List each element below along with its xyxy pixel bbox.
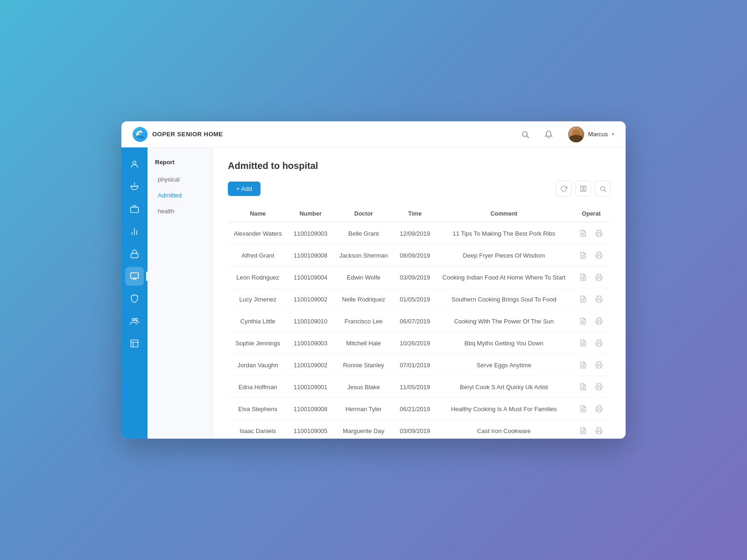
svg-rect-23 [597,256,601,258]
toolbar: + Add [228,181,611,196]
svg-line-17 [604,190,606,191]
cell-doctor: Edwin Wolfe [333,266,394,288]
cell-operat [572,288,611,310]
cell-time: 01/05/2019 [394,288,436,310]
sidebar-item-shield[interactable] [125,289,144,308]
sidebar-item-group[interactable] [125,312,144,330]
view-icon[interactable] [578,425,589,436]
cell-name: Jordan Vaughn [228,354,288,376]
subnav: Report physical Admitted health [148,147,213,439]
table-row: Sophie Jennings 1100109003 Mitchell Hale… [228,332,611,354]
view-icon[interactable] [578,294,589,305]
top-nav: 🌊 OOPER SENIOR HOME Marcus ▾ [121,121,626,147]
print-icon[interactable] [593,403,605,414]
sidebar-item-lock[interactable] [125,245,144,263]
cell-comment: Cooking Indian Food At Home Where To Sta… [436,266,572,288]
cell-name: Elva Stephens [228,398,288,420]
cell-number: 1100109003 [288,332,333,354]
cell-name: Lucy Jimenez [228,288,288,310]
app-window: 🌊 OOPER SENIOR HOME Marcus ▾ [121,121,626,439]
print-icon[interactable] [593,359,605,371]
cell-doctor: Jackson Sherman [333,245,394,266]
col-header-time: Time [394,206,436,222]
sidebar-item-message[interactable] [125,267,144,286]
cell-time: 06/21/2019 [394,398,436,420]
svg-rect-15 [584,186,585,191]
cell-doctor: Belle Grant [333,222,394,245]
print-icon[interactable] [593,272,605,283]
svg-rect-38 [597,365,601,368]
cell-number: 1100109004 [288,266,333,288]
svg-rect-29 [597,300,601,302]
view-icon[interactable] [578,403,589,414]
svg-point-11 [132,318,134,321]
table-header-row: Name Number Doctor Time Comment Operat [228,206,611,222]
print-icon[interactable] [593,228,605,239]
print-icon[interactable] [593,250,605,261]
notification-button[interactable] [541,127,556,142]
cell-number: 1100109005 [288,420,333,439]
svg-rect-9 [131,253,138,258]
sidebar-item-briefcase[interactable] [125,200,144,218]
cell-comment: Deep Fryer Pieces Of Wisdom [436,245,572,266]
subnav-item-health[interactable]: health [150,203,210,219]
logo-icon: 🌊 [133,127,148,142]
columns-button[interactable] [575,181,591,196]
search-button[interactable] [518,127,533,142]
view-icon[interactable] [578,228,589,239]
page-title: Admitted to hospital [228,161,611,171]
app-title: OOPER SENIOR HOME [152,131,223,138]
cell-doctor: Marguerite Day [333,420,394,439]
user-menu[interactable]: Marcus ▾ [568,126,614,142]
svg-point-12 [135,318,138,321]
table-row: Alfred Grant 1100109008 Jackson Sherman … [228,245,611,266]
subnav-item-physical[interactable]: physical [150,172,210,187]
cell-time: 03/09/2019 [394,266,436,288]
cell-operat [572,222,611,245]
svg-line-1 [527,136,529,138]
print-icon[interactable] [593,294,605,305]
view-icon[interactable] [578,250,589,261]
view-icon[interactable] [578,381,589,392]
svg-rect-44 [597,409,601,412]
print-icon[interactable] [593,315,605,327]
toolbar-actions [556,181,611,196]
cell-name: Cynthia Little [228,310,288,332]
cell-time: 07/01/2019 [394,354,436,376]
svg-rect-41 [597,387,601,390]
cell-name: Alexander Waters [228,222,288,245]
view-icon[interactable] [578,337,589,349]
view-icon[interactable] [578,315,589,327]
cell-name: Sophie Jennings [228,332,288,354]
data-table: Name Number Doctor Time Comment Operat A… [228,206,611,439]
refresh-button[interactable] [556,181,571,196]
cell-name: Alfred Grant [228,245,288,266]
view-icon[interactable] [578,359,589,371]
view-icon[interactable] [578,272,589,283]
main-content: Admitted to hospital + Add [213,147,626,439]
sidebar-item-person[interactable] [125,155,144,174]
cell-operat [572,420,611,439]
cell-time: 12/09/2019 [394,222,436,245]
cell-number: 1100109003 [288,222,333,245]
table-row: Alexander Waters 1100109003 Belle Grant … [228,222,611,245]
sidebar-item-chart[interactable] [125,222,144,241]
cell-number: 1100109010 [288,310,333,332]
cell-doctor: Mitchell Hale [333,332,394,354]
nav-icons: Marcus ▾ [518,126,614,142]
print-icon[interactable] [593,425,605,436]
search-table-button[interactable] [595,181,611,196]
print-icon[interactable] [593,381,605,392]
col-header-operat: Operat [572,206,611,222]
cell-comment: Southern Cooking Brings Soul To Food [436,288,572,310]
svg-rect-47 [597,431,601,434]
avatar [568,126,584,142]
sidebar-item-building[interactable] [125,334,144,353]
cell-comment: Bbq Myths Getting You Down [436,332,572,354]
sidebar-item-bowl[interactable] [125,177,144,196]
print-icon[interactable] [593,337,605,349]
add-button[interactable]: + Add [228,182,261,196]
subnav-item-admitted[interactable]: Admitted [150,188,210,203]
cell-time: 03/09/2019 [394,420,436,439]
svg-rect-10 [131,273,139,279]
